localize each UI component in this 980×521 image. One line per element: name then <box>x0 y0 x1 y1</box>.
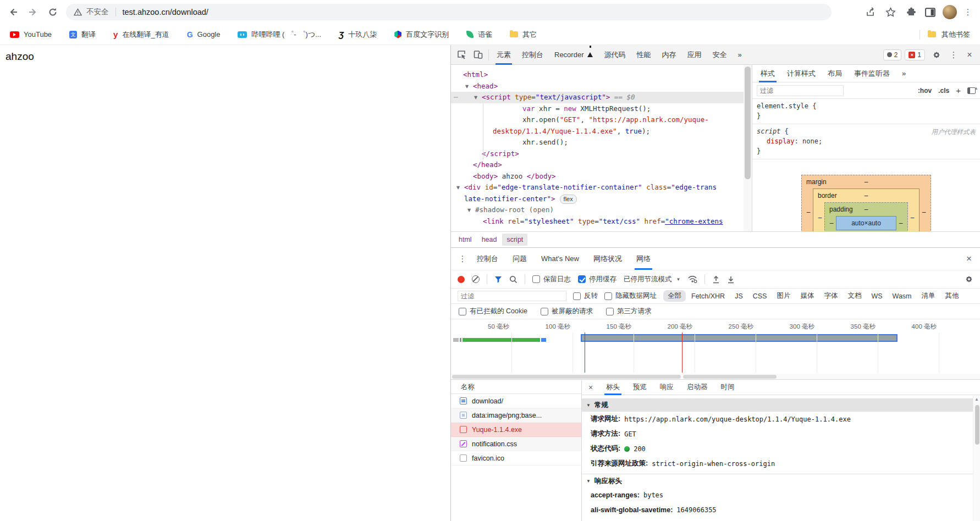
clear-network-log-button[interactable] <box>472 275 480 283</box>
hide-data-urls-checkbox[interactable]: 隐藏数据网址 <box>604 291 657 301</box>
bookmark-item[interactable]: Google <box>187 30 221 38</box>
dom-tree-node[interactable]: </head> <box>451 159 744 171</box>
disable-cache-checkbox[interactable]: 停用缓存 <box>578 275 616 284</box>
node-overflow-icon[interactable]: ⋯ <box>454 92 457 103</box>
network-filter-input[interactable] <box>458 291 566 301</box>
drawer-tab-What's New[interactable]: What's New <box>534 248 586 270</box>
styles-filter-input[interactable] <box>757 85 844 96</box>
forward-button[interactable] <box>23 2 43 22</box>
request-row[interactable]: notification.css <box>451 437 581 451</box>
request-row[interactable]: data:image/png;base... <box>451 408 581 423</box>
dom-tree-node[interactable]: ▼<head> <box>451 81 744 92</box>
dom-tree-node[interactable]: ▼#shadow-root (open) <box>451 204 744 216</box>
errors-badge[interactable]: × 1 <box>905 49 925 60</box>
styles-scroll-up-icon[interactable]: ▲ <box>974 86 978 91</box>
styles-tab-计算样式[interactable]: 计算样式 <box>781 65 822 82</box>
filter-type-WS[interactable]: WS <box>867 291 887 301</box>
dom-tree-node[interactable]: xhr.send(); <box>451 137 744 148</box>
box-model-border[interactable]: border– – padding– – auto×auto – <box>813 189 920 231</box>
filter-type-全部[interactable]: 全部 <box>663 290 686 302</box>
profile-avatar[interactable] <box>943 5 957 19</box>
response-headers-section-header[interactable]: ▼ 响应标头 <box>582 474 980 487</box>
tab-安全[interactable]: 安全 <box>707 45 732 65</box>
hover-state-button[interactable]: :hov <box>918 87 932 95</box>
tab-性能[interactable]: 性能 <box>631 45 656 65</box>
dom-tree-node[interactable]: <link rel="stylesheet" type="text/css" h… <box>451 216 744 228</box>
checkbox-unchecked-icon[interactable] <box>541 308 548 315</box>
filter-checkbox-被屏蔽的请求[interactable]: 被屏蔽的请求 <box>541 307 593 316</box>
breadcrumb-html[interactable]: html <box>454 234 476 246</box>
scrollbar-thumb[interactable] <box>975 405 979 445</box>
filter-type-文档[interactable]: 文档 <box>843 290 866 302</box>
drawer-tab-网络[interactable]: 网络 <box>629 248 658 270</box>
dom-tree-node[interactable]: desktop/1.1.4/Yuque-1.1.4.exe", true); <box>451 126 744 137</box>
dom-tree-node[interactable]: <html> <box>451 69 744 81</box>
bookmark-item[interactable]: 在线翻译_有道 <box>113 30 169 40</box>
bookmark-item[interactable]: 语雀 <box>466 30 492 40</box>
tab-元素[interactable]: 元素 <box>491 45 516 65</box>
filter-type-媒体[interactable]: 媒体 <box>796 290 818 302</box>
bookmark-item[interactable]: YouTube <box>10 30 52 38</box>
share-button[interactable] <box>863 5 878 19</box>
details-close-button[interactable]: × <box>582 383 599 392</box>
styles-tab-事件监听器[interactable]: 事件监听器 <box>848 65 896 82</box>
expand-arrow-icon[interactable]: ▼ <box>456 182 460 194</box>
breadcrumb-script[interactable]: script <box>502 234 527 246</box>
network-conditions-icon[interactable] <box>687 275 697 283</box>
timeline-horizontal-scrollbar[interactable] <box>451 374 980 379</box>
dom-tree-node[interactable]: <body> ahzoo </body> <box>451 171 744 182</box>
expand-arrow-icon[interactable]: ▼ <box>465 81 469 93</box>
styles-tab-布局[interactable]: 布局 <box>822 65 848 82</box>
tab-内存[interactable]: 内存 <box>656 45 681 65</box>
checkbox-unchecked-icon[interactable] <box>459 308 466 315</box>
filter-type-清单[interactable]: 清单 <box>917 290 940 302</box>
expand-arrow-icon[interactable]: ▼ <box>467 205 471 217</box>
network-overview-timeline[interactable]: 50 毫秒100 毫秒150 毫秒200 毫秒250 毫秒300 毫秒350 毫… <box>451 319 980 380</box>
extensions-button[interactable] <box>903 5 917 19</box>
throttling-dropdown[interactable]: 已停用节流模式 ▼ <box>624 275 680 284</box>
import-har-icon[interactable] <box>712 275 720 284</box>
dom-tree-node[interactable]: xhr.open("GET", "https://app.nlark.com/y… <box>451 114 744 126</box>
record-network-log-button[interactable] <box>458 276 465 283</box>
filter-type-Wasm[interactable]: Wasm <box>888 291 916 301</box>
address-bar[interactable]: 不安全 test.ahzoo.cn/download/ <box>66 4 832 20</box>
browser-menu-button[interactable]: ⋮ <box>962 7 973 17</box>
box-model-margin[interactable]: margin– – border– – padding– – auto×auto <box>801 175 931 231</box>
filter-type-字体[interactable]: 字体 <box>819 290 842 302</box>
filter-type-其他[interactable]: 其他 <box>941 290 964 302</box>
class-toggle-button[interactable]: .cls <box>938 87 949 95</box>
checkbox-unchecked-icon[interactable] <box>606 308 614 315</box>
drawer-tab-网络状况[interactable]: 网络状况 <box>586 248 629 270</box>
css-property-value[interactable]: none; <box>802 137 822 145</box>
dom-tree-node[interactable]: ▼<div id="edge-translate-notifier-contai… <box>451 182 744 193</box>
filter-type-图片[interactable]: 图片 <box>772 290 795 302</box>
devtools-menu-button[interactable]: ⋮ <box>948 50 959 60</box>
drawer-tab-问题[interactable]: 问题 <box>505 248 534 270</box>
checkbox-checked-icon[interactable] <box>578 275 586 283</box>
scroll-up-icon[interactable]: ▲ <box>973 397 980 402</box>
breadcrumb-head[interactable]: head <box>477 234 502 246</box>
other-bookmarks-button[interactable]: 其他书签 <box>942 30 970 40</box>
filter-type-Fetch/XHR[interactable]: Fetch/XHR <box>687 291 729 301</box>
filter-type-CSS[interactable]: CSS <box>748 291 772 301</box>
drawer-close-button[interactable]: × <box>958 253 980 264</box>
new-style-rule-button[interactable]: + <box>956 86 961 95</box>
device-toolbar-button[interactable] <box>470 45 486 65</box>
tab-Recorder[interactable]: Recorder <box>549 45 598 65</box>
expand-arrow-icon[interactable]: ▼ <box>474 92 477 104</box>
bookmark-item[interactable]: 其它 <box>510 30 537 40</box>
box-model-padding[interactable]: padding– – auto×auto – <box>824 202 908 231</box>
tab-应用[interactable]: 应用 <box>681 45 707 65</box>
side-panel-button[interactable] <box>923 5 937 19</box>
preserve-log-checkbox[interactable]: 保留日志 <box>532 275 571 284</box>
devtools-close-button[interactable]: × <box>962 50 977 60</box>
request-row[interactable]: favicon.ico <box>451 451 581 465</box>
details-scrollbar[interactable]: ▲ <box>973 395 980 521</box>
styles-tab-样式[interactable]: 样式 <box>755 65 781 82</box>
dom-tree-node[interactable]: ⋯▼<script type="text/javascript"> == $0 <box>451 92 744 103</box>
styles-tab-»[interactable]: » <box>896 65 912 82</box>
scrollbar-thumb[interactable] <box>745 66 751 179</box>
bookmark-item[interactable]: 翻译 <box>69 30 96 40</box>
dom-tree-node[interactable]: </script> <box>451 148 744 160</box>
invert-filter-checkbox[interactable]: 反转 <box>573 291 598 301</box>
